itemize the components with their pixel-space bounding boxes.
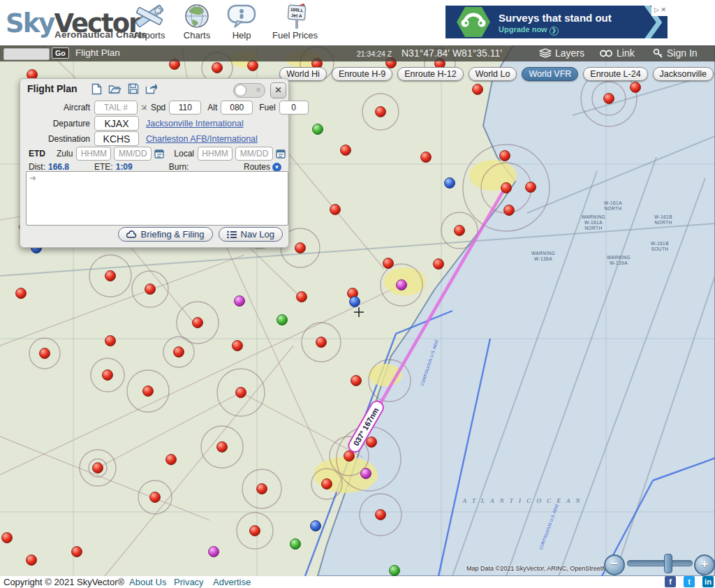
airport-marker-red[interactable] — [500, 151, 510, 161]
airport-marker-blue[interactable] — [445, 178, 455, 189]
chart-tab-enroute-l-24[interactable]: Enroute L-24 — [583, 67, 647, 81]
etd-zulu-date-input[interactable] — [114, 147, 152, 161]
airport-marker-red[interactable] — [145, 284, 156, 295]
airport-marker-red[interactable] — [236, 388, 246, 398]
aircraft-tail-input[interactable] — [94, 101, 138, 115]
airport-marker-red[interactable] — [455, 226, 465, 236]
share-flightplan-icon[interactable] — [145, 83, 157, 94]
airport-marker-red[interactable] — [604, 94, 614, 104]
airport-marker-red[interactable] — [16, 288, 27, 299]
airport-marker-magenta[interactable] — [209, 547, 219, 557]
airport-marker-red[interactable] — [376, 510, 386, 520]
airport-marker-red[interactable] — [143, 386, 154, 397]
etd-zulu-time-input[interactable] — [76, 147, 111, 161]
ad-banner[interactable]: Surveys that stand out Upgrade now ❯ ▷ ✕ — [445, 6, 668, 38]
departure-input[interactable] — [94, 116, 139, 131]
nav-airports[interactable]: Airports — [131, 2, 168, 41]
search-input[interactable] — [3, 48, 50, 60]
airport-marker-red[interactable] — [367, 437, 377, 448]
airport-marker-red[interactable] — [434, 259, 444, 270]
aircraft-type-icon[interactable]: ✈ — [138, 101, 150, 114]
airport-marker-red[interactable] — [330, 205, 341, 215]
airport-marker-red[interactable] — [233, 341, 243, 351]
airport-marker-magenta[interactable] — [397, 280, 407, 291]
chart-tab-enroute-h-9[interactable]: Enroute H-9 — [332, 67, 392, 81]
airport-marker-red[interactable] — [193, 318, 203, 328]
zoom-in-button[interactable]: + — [694, 554, 715, 575]
nav-charts[interactable]: Charts — [183, 2, 211, 41]
airport-marker-red[interactable] — [2, 533, 13, 543]
panel-toggle[interactable]: ≡ — [233, 83, 265, 98]
airport-marker-red[interactable] — [376, 107, 386, 117]
airport-marker-red[interactable] — [501, 183, 512, 193]
airport-marker-red[interactable] — [631, 82, 641, 93]
adchoices-icon[interactable]: ▷ — [654, 6, 659, 13]
departure-airport-link[interactable]: Jacksonville International — [146, 119, 244, 128]
routes-dropdown-icon[interactable]: ▼ — [272, 163, 281, 172]
airport-marker-green[interactable] — [313, 124, 323, 135]
chart-tab-jacksonville[interactable]: Jacksonville — [653, 67, 714, 81]
airport-marker-red[interactable] — [341, 145, 351, 156]
destination-airport-link[interactable]: Charleston AFB/International — [146, 134, 258, 144]
airport-marker-red[interactable] — [105, 271, 116, 281]
airport-marker-red[interactable] — [72, 547, 82, 557]
local-calendar-icon[interactable] — [276, 149, 286, 159]
airport-marker-blue[interactable] — [311, 521, 321, 531]
airport-marker-red[interactable] — [217, 442, 228, 453]
open-flightplan-icon[interactable] — [108, 83, 121, 94]
airport-marker-red[interactable] — [257, 484, 267, 494]
linkedin-icon[interactable]: in — [702, 576, 714, 587]
zoom-out-button[interactable]: − — [604, 554, 625, 575]
nav-help[interactable]: Help — [226, 2, 257, 41]
footer-link-advertise[interactable]: Advertise — [213, 577, 251, 587]
airport-marker-red[interactable] — [40, 348, 50, 359]
etd-local-date-input[interactable] — [235, 147, 273, 161]
twitter-icon[interactable]: t — [684, 576, 695, 587]
airport-marker-red[interactable] — [526, 182, 536, 193]
airport-marker-red[interactable] — [212, 63, 223, 73]
chart-tab-world-vfr[interactable]: World VFR — [522, 67, 578, 81]
airport-marker-magenta[interactable] — [361, 469, 371, 479]
panel-close-button[interactable]: ✕ — [270, 82, 286, 98]
airport-marker-blue[interactable] — [350, 297, 360, 307]
airport-marker-red[interactable] — [174, 347, 184, 358]
airport-marker-red[interactable] — [473, 84, 483, 95]
ad-close-icon[interactable]: ✕ — [661, 6, 666, 13]
destination-input[interactable] — [94, 131, 139, 146]
chart-tab-world-lo[interactable]: World Lo — [469, 67, 517, 81]
facebook-icon[interactable]: f — [665, 576, 676, 587]
airport-marker-red[interactable] — [103, 370, 113, 381]
link-button[interactable]: Link — [599, 47, 635, 59]
ad-cta[interactable]: Upgrade now ❯ — [499, 25, 559, 36]
airport-marker-red[interactable] — [248, 61, 258, 71]
airport-marker-red[interactable] — [504, 205, 515, 216]
airport-marker-red[interactable] — [351, 376, 362, 386]
flight-plan-toolbar-label[interactable]: Flight Plan — [75, 47, 120, 58]
zoom-slider-handle[interactable] — [664, 554, 672, 573]
airport-marker-green[interactable] — [390, 566, 400, 576]
layers-button[interactable]: Layers — [539, 47, 584, 59]
airport-marker-red[interactable] — [383, 258, 394, 269]
speed-input[interactable] — [169, 101, 201, 115]
routes-label[interactable]: Routes — [244, 162, 270, 172]
footer-link-about[interactable]: About Us — [129, 577, 166, 587]
fuel-input[interactable] — [279, 101, 309, 115]
airport-marker-magenta[interactable] — [235, 296, 245, 307]
sign-in-button[interactable]: Sign In — [653, 47, 698, 59]
airport-marker-red[interactable] — [297, 292, 307, 302]
airport-marker-red[interactable] — [93, 463, 103, 473]
nav-log-button[interactable]: Nav Log — [219, 227, 283, 242]
airport-marker-red[interactable] — [295, 243, 306, 253]
airport-marker-red[interactable] — [316, 337, 327, 348]
etd-local-time-input[interactable] — [198, 147, 233, 161]
go-button[interactable]: Go — [52, 47, 69, 59]
airport-marker-red[interactable] — [105, 336, 116, 346]
route-text-area[interactable]: ➜ — [26, 171, 288, 226]
ad-controls[interactable]: ▷ ✕ — [651, 6, 668, 16]
briefing-filing-button[interactable]: Briefing & Filing — [118, 227, 213, 242]
airport-marker-red[interactable] — [166, 455, 177, 465]
footer-link-privacy[interactable]: Privacy — [174, 577, 204, 587]
airport-marker-red[interactable] — [322, 479, 332, 490]
airport-marker-red[interactable] — [27, 555, 37, 566]
nav-fuel-prices[interactable]: 100LL Jet A Fuel Prices — [272, 2, 318, 41]
